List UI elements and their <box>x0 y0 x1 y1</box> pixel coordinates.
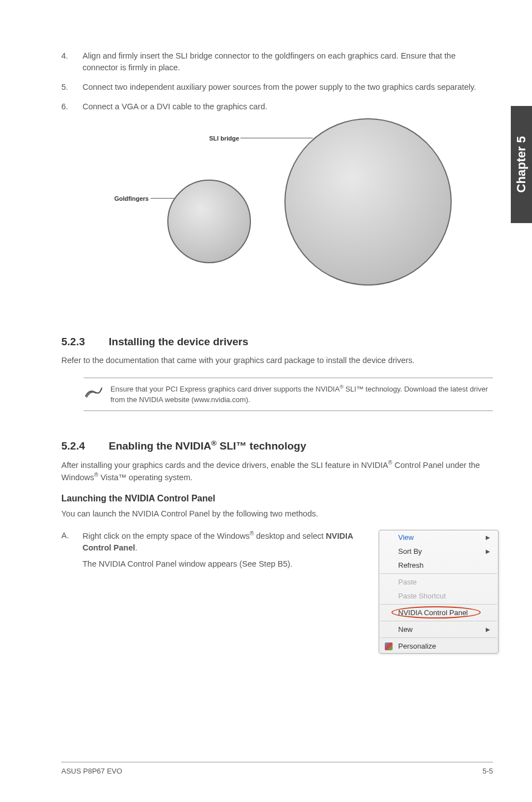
goldfingers-label: Goldfingers <box>114 195 149 202</box>
right-column: View ▶ Sort By ▶ Refresh Paste Paste Sho… <box>379 530 493 654</box>
menu-separator <box>380 621 497 621</box>
footer-product: ASUS P8P67 EVO <box>61 767 122 775</box>
note-text: Ensure that your PCI Express graphics ca… <box>110 384 493 405</box>
step-4: 4. Align and firmly insert the SLI bridg… <box>61 50 493 74</box>
menu-separator <box>380 637 497 638</box>
numbered-steps: 4. Align and firmly insert the SLI bridg… <box>61 50 493 113</box>
menu-separator <box>380 604 497 605</box>
menu-personalize[interactable]: Personalize <box>379 639 498 653</box>
item-a-line2: The NVIDIA Control Panel window appears … <box>83 558 362 570</box>
step-text: Align and firmly insert the SLI bridge c… <box>83 50 493 74</box>
personalize-icon <box>385 642 393 650</box>
section-heading-524: 5.2.4Enabling the NVIDIA® SLI™ technolog… <box>61 439 493 452</box>
step-5: 5. Connect two independent auxiliary pow… <box>61 81 493 93</box>
section-number: 5.2.3 <box>61 336 109 348</box>
step-number: 5. <box>61 81 83 93</box>
section-heading-523: 5.2.3Installing the device drivers <box>61 336 493 348</box>
left-column: A. Right click on the empty space of the… <box>61 530 362 654</box>
footer-page-number: 5-5 <box>482 767 493 775</box>
menu-new[interactable]: New ▶ <box>379 622 498 636</box>
goldfingers-zoom-circle <box>167 180 251 263</box>
menu-view[interactable]: View ▶ <box>379 530 498 544</box>
sli-bridge-label: SLI bridge <box>209 135 239 142</box>
graphics-cards-circle <box>284 118 452 286</box>
sli-diagram: SLI bridge Goldfingers <box>61 124 493 308</box>
page-footer: ASUS P8P67 EVO 5-5 <box>61 762 493 775</box>
callout-line <box>151 198 176 199</box>
section-title-p2: SLI™ technology <box>217 440 306 452</box>
section-523-body: Refer to the documentation that came wit… <box>61 355 493 366</box>
subsection-intro: You can launch the NVIDIA Control Panel … <box>61 508 493 520</box>
step-6: 6. Connect a VGA or a DVI cable to the g… <box>61 101 493 113</box>
section-number: 5.2.4 <box>61 440 109 452</box>
page-content: 4. Align and firmly insert the SLI bridg… <box>0 0 532 654</box>
step-number: 4. <box>61 50 83 74</box>
item-a: A. Right click on the empty space of the… <box>61 530 362 554</box>
subsection-heading: Launching the NVIDIA Control Panel <box>61 494 493 504</box>
menu-sort-by[interactable]: Sort By ▶ <box>379 544 498 558</box>
two-column-layout: A. Right click on the empty space of the… <box>61 530 493 654</box>
menu-paste: Paste <box>379 575 498 589</box>
section-title: Installing the device drivers <box>109 336 248 347</box>
submenu-arrow-icon: ▶ <box>486 548 490 554</box>
menu-refresh[interactable]: Refresh <box>379 558 498 572</box>
context-menu: View ▶ Sort By ▶ Refresh Paste Paste Sho… <box>379 530 499 654</box>
step-text: Connect two independent auxiliary power … <box>83 81 493 93</box>
menu-nvidia-control-panel[interactable]: NVIDIA Control Panel <box>379 606 498 620</box>
step-text: Connect a VGA or a DVI cable to the grap… <box>83 101 493 113</box>
item-a-text: Right click on the empty space of the Wi… <box>83 530 362 554</box>
note-icon <box>84 384 110 405</box>
chapter-side-tab: Chapter 5 <box>511 106 532 223</box>
callout-line <box>240 138 313 138</box>
item-letter: A. <box>61 530 83 554</box>
menu-separator <box>380 573 497 574</box>
note-box: Ensure that your PCI Express graphics ca… <box>84 378 493 411</box>
step-number: 6. <box>61 101 83 113</box>
menu-paste-shortcut: Paste Shortcut <box>379 589 498 603</box>
submenu-arrow-icon: ▶ <box>486 534 490 540</box>
chapter-side-tab-label: Chapter 5 <box>514 136 529 192</box>
section-title-p1: Enabling the NVIDIA <box>109 440 211 452</box>
section-524-body: After installing your graphics cards and… <box>61 459 493 484</box>
submenu-arrow-icon: ▶ <box>486 626 490 632</box>
